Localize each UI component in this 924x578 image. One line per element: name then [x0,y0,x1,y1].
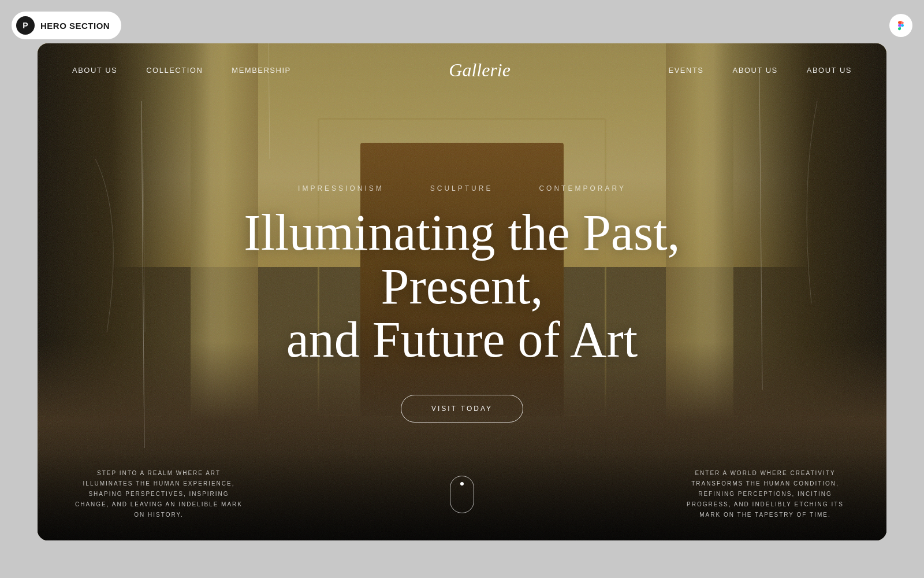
hero-label: P HERO SECTION [12,12,121,39]
hero-title-line1: Illuminating the Past, Present, [244,205,680,314]
hero-label-icon: P [16,16,35,35]
hero-title: Illuminating the Past, Present, and Futu… [173,206,751,366]
scroll-dot [460,482,464,486]
category-contemporary: CONTEMPORARY [539,184,625,192]
category-sculpture: SCULPTURE [430,184,493,192]
cta-button[interactable]: VISIT TODAY [401,395,523,423]
top-bar: P HERO SECTION [12,12,912,39]
category-labels: IMPRESSIONISM SCULPTURE CONTEMPORARY [298,184,626,192]
hero-title-line2: and Future of Art [286,312,638,368]
category-impressionism: IMPRESSIONISM [298,184,384,192]
figma-icon[interactable] [889,14,912,37]
hero-bottom: STEP INTO A REALM WHERE ART ILLUMINATES … [38,451,886,540]
hero-label-text: HERO SECTION [40,21,110,31]
bottom-text-right: ENTER A WORLD WHERE CREATIVITY TRANSFORM… [679,468,852,520]
scroll-indicator[interactable] [450,476,474,513]
hero-container: ABOUT US COLLECTION MEMBERSHIP Gallerie … [38,43,886,540]
bottom-text-left: STEP INTO A REALM WHERE ART ILLUMINATES … [72,468,245,520]
